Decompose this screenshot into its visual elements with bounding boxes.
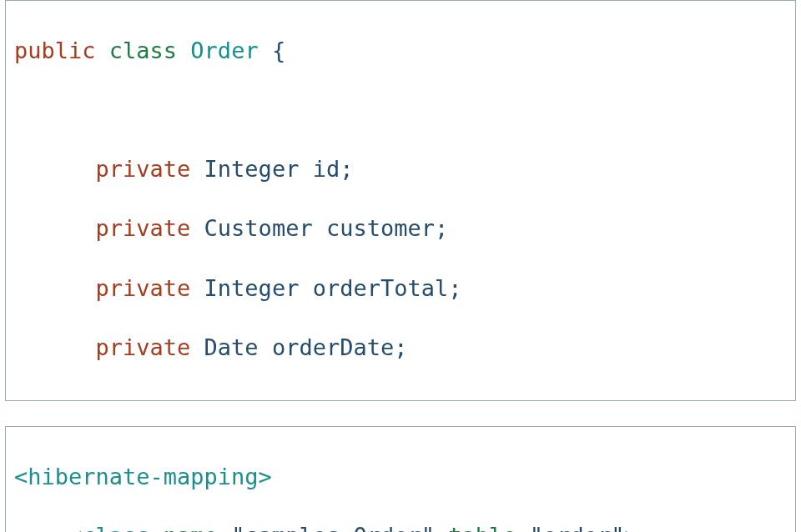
xml-tag: <class: [68, 523, 150, 532]
indent: [14, 215, 96, 241]
class-name: Order: [190, 38, 258, 63]
tag-close: >: [625, 523, 638, 532]
attr-value: "order": [530, 523, 625, 532]
keyword-class: class: [109, 38, 177, 63]
indent: [14, 275, 96, 301]
code-line-blank: [14, 95, 787, 125]
attr-name: name=: [164, 523, 231, 532]
keyword-private: private: [96, 156, 191, 182]
field-decl: Integer id;: [190, 156, 353, 182]
indent: [14, 334, 96, 360]
spacer: [0, 401, 801, 426]
space: [435, 523, 448, 532]
field-decl: Customer customer;: [190, 215, 448, 241]
keyword-public: public: [14, 38, 96, 63]
space: [150, 523, 164, 532]
field-decl: Integer orderTotal;: [190, 275, 461, 301]
keyword-private: private: [96, 275, 191, 301]
code-line: <class name="samples.Order" table="order…: [14, 521, 787, 532]
space: [177, 38, 190, 63]
xml-tag: <hibernate-mapping>: [14, 464, 272, 489]
xml-code-box: <hibernate-mapping> <class name="samples…: [5, 426, 796, 532]
code-line: public class Order {: [14, 36, 787, 66]
code-line: private Integer orderTotal;: [14, 274, 787, 304]
code-line: <hibernate-mapping>: [14, 462, 787, 492]
field-decl: Date orderDate;: [190, 334, 407, 360]
attr-value: "samples.Order": [231, 523, 435, 532]
code-line: private Date orderDate;: [14, 333, 787, 363]
attr-name: table=: [448, 523, 530, 532]
space: [96, 38, 109, 63]
brace-open: {: [259, 38, 286, 63]
code-line: private Customer customer;: [14, 213, 787, 243]
keyword-private: private: [96, 334, 191, 360]
keyword-private: private: [96, 215, 191, 241]
indent: [14, 156, 96, 182]
java-code-box: public class Order { private Integer id;…: [5, 0, 796, 401]
indent: [14, 523, 68, 532]
code-line: private Integer id;: [14, 154, 787, 184]
